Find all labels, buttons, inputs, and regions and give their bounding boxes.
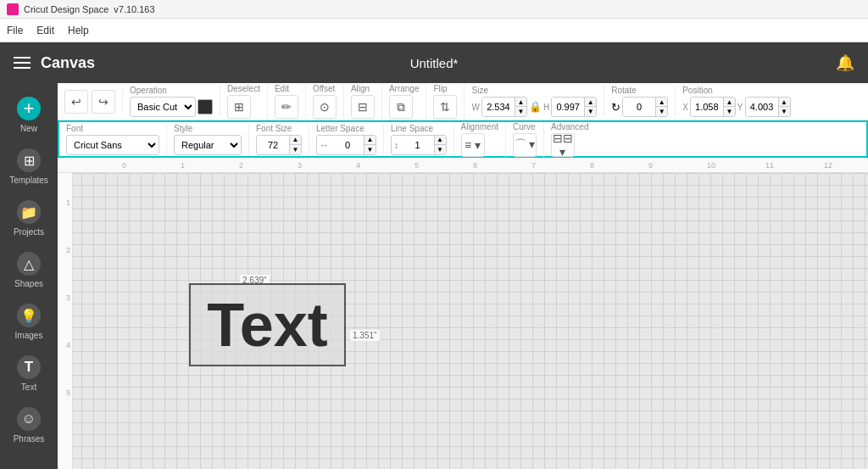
font-size-label: Font Size bbox=[256, 124, 302, 133]
sidebar-item-shapes[interactable]: △ Shapes bbox=[0, 245, 58, 295]
rotate-up[interactable]: ▲ bbox=[655, 98, 667, 107]
ruler-tick-4: 4 bbox=[356, 161, 415, 170]
sidebar-item-phrases[interactable]: ☺ Phrases bbox=[0, 400, 58, 450]
sidebar-item-projects[interactable]: 📁 Projects bbox=[0, 193, 58, 243]
letter-space-input[interactable] bbox=[331, 136, 364, 154]
line-space-section: Line Space ↕ ▲▼ bbox=[391, 124, 454, 155]
font-size-up[interactable]: ▲ bbox=[289, 136, 301, 145]
vertical-ruler: 1 2 3 4 5 bbox=[58, 173, 73, 469]
size-w-label: W bbox=[471, 103, 479, 112]
projects-icon: 📁 bbox=[17, 200, 41, 224]
lock-icon[interactable]: 🔒 bbox=[529, 101, 542, 113]
size-w-down[interactable]: ▼ bbox=[515, 107, 526, 116]
curve-section: Curve ⌒ ▾ bbox=[513, 122, 544, 157]
font-select[interactable]: Cricut Sans bbox=[66, 135, 159, 155]
menu-file[interactable]: File bbox=[7, 25, 23, 36]
text-icon: T bbox=[17, 355, 41, 379]
pos-y-label: Y bbox=[737, 103, 743, 112]
pos-x-up[interactable]: ▲ bbox=[723, 98, 735, 107]
rotate-input[interactable] bbox=[623, 98, 655, 116]
shapes-icon: △ bbox=[17, 252, 41, 276]
alignment-section: Alignment ≡ ▾ bbox=[461, 122, 506, 157]
text-element[interactable]: Text bbox=[189, 283, 346, 366]
letter-space-wrap: ↔ ▲▼ bbox=[316, 135, 376, 155]
line-space-down[interactable]: ▼ bbox=[434, 145, 446, 154]
rotate-label: Rotate bbox=[611, 86, 668, 95]
letter-space-label: Letter Space bbox=[316, 124, 376, 133]
align-group: Align ⊟ bbox=[351, 84, 375, 119]
deselect-button[interactable]: ⊞ bbox=[227, 95, 251, 119]
line-space-label: Line Space bbox=[391, 124, 447, 133]
line-space-input[interactable] bbox=[402, 136, 434, 154]
rotate-icon: ↻ bbox=[611, 101, 620, 114]
app-version: v7.10.163 bbox=[114, 4, 154, 14]
curve-label: Curve bbox=[513, 122, 537, 131]
size-w-input[interactable] bbox=[482, 98, 515, 116]
line-space-group: Line Space ↕ ▲▼ bbox=[391, 124, 447, 155]
size-h-input[interactable] bbox=[552, 98, 584, 116]
flip-group: Flip ⇅ bbox=[433, 84, 457, 119]
menu-bar: File Edit Help bbox=[0, 19, 868, 42]
letter-space-down[interactable]: ▼ bbox=[364, 145, 376, 154]
pos-x-down[interactable]: ▼ bbox=[723, 107, 735, 116]
advanced-button[interactable]: ⊟⊟ ▾ bbox=[551, 133, 575, 157]
edit-button[interactable]: ✏ bbox=[275, 95, 298, 119]
font-section: Font Cricut Sans bbox=[66, 124, 167, 155]
redo-button[interactable]: ↪ bbox=[92, 90, 115, 114]
align-button[interactable]: ⊟ bbox=[351, 95, 375, 119]
sidebar-item-new[interactable]: + New bbox=[0, 90, 58, 140]
flip-button[interactable]: ⇅ bbox=[433, 95, 457, 119]
font-size-down[interactable]: ▼ bbox=[289, 145, 301, 154]
font-size-section: Font Size ▲▼ bbox=[256, 124, 309, 155]
menu-help[interactable]: Help bbox=[68, 25, 89, 36]
doc-title: Untitled* bbox=[410, 56, 459, 70]
rotate-group: Rotate ↻ ▲▼ bbox=[611, 86, 668, 117]
operation-select[interactable]: Basic Cut bbox=[130, 97, 196, 117]
size-w-wrap: ▲▼ bbox=[481, 97, 527, 117]
arrange-group: Arrange ⧉ bbox=[389, 84, 420, 119]
sidebar-label-phrases: Phrases bbox=[14, 434, 45, 444]
line-space-wrap: ↕ ▲▼ bbox=[391, 135, 447, 155]
rotate-down[interactable]: ▼ bbox=[655, 107, 667, 116]
pos-x-input[interactable] bbox=[691, 98, 723, 116]
canvas-area[interactable]: 1 2 3 4 5 2.639" 1.351" Text bbox=[58, 173, 868, 469]
size-h-up[interactable]: ▲ bbox=[584, 98, 596, 107]
size-w-up[interactable]: ▲ bbox=[515, 98, 526, 107]
sidebar-item-templates[interactable]: ⊞ Templates bbox=[0, 142, 58, 192]
pos-y-up[interactable]: ▲ bbox=[778, 98, 790, 107]
sidebar-label-projects: Projects bbox=[14, 227, 44, 237]
sidebar-item-text[interactable]: T Text bbox=[0, 349, 58, 399]
style-label: Style bbox=[174, 124, 242, 133]
pos-y-input[interactable] bbox=[746, 98, 778, 116]
line-space-up[interactable]: ▲ bbox=[434, 136, 446, 145]
offset-button[interactable]: ⊙ bbox=[313, 95, 337, 119]
ruler-tick-7: 7 bbox=[531, 161, 590, 170]
font-size-input[interactable] bbox=[257, 136, 289, 154]
alignment-group: Alignment ≡ ▾ bbox=[461, 122, 498, 157]
pos-y-down[interactable]: ▼ bbox=[778, 107, 790, 116]
curve-button[interactable]: ⌒ ▾ bbox=[513, 133, 537, 157]
sidebar-item-images[interactable]: 💡 Images bbox=[0, 297, 58, 347]
operation-group: Operation Basic Cut bbox=[130, 86, 213, 117]
ruler-v-4: 4 bbox=[66, 341, 72, 388]
hamburger-menu[interactable] bbox=[14, 57, 31, 69]
arrange-button[interactable]: ⧉ bbox=[389, 95, 413, 119]
size-h-down[interactable]: ▼ bbox=[584, 107, 596, 116]
color-swatch[interactable] bbox=[198, 99, 213, 114]
ruler-v-3: 3 bbox=[66, 293, 72, 341]
style-select[interactable]: Regular bbox=[174, 135, 242, 155]
images-icon: 💡 bbox=[17, 304, 41, 327]
flip-label: Flip bbox=[433, 84, 457, 93]
ruler-v-1: 1 bbox=[66, 198, 72, 246]
arrange-label: Arrange bbox=[389, 84, 420, 93]
pos-x-label: X bbox=[682, 103, 688, 112]
text-toolbar: Font Cricut Sans Style Regular Font Size bbox=[58, 120, 868, 158]
notifications-icon[interactable]: 🔔 bbox=[836, 53, 854, 72]
alignment-button[interactable]: ≡ ▾ bbox=[461, 133, 485, 157]
letter-space-section: Letter Space ↔ ▲▼ bbox=[316, 124, 384, 155]
letter-space-group: Letter Space ↔ ▲▼ bbox=[316, 124, 376, 155]
letter-space-up[interactable]: ▲ bbox=[364, 136, 376, 145]
size-h-label: H bbox=[543, 103, 549, 112]
undo-button[interactable]: ↩ bbox=[64, 90, 88, 114]
menu-edit[interactable]: Edit bbox=[36, 25, 54, 36]
